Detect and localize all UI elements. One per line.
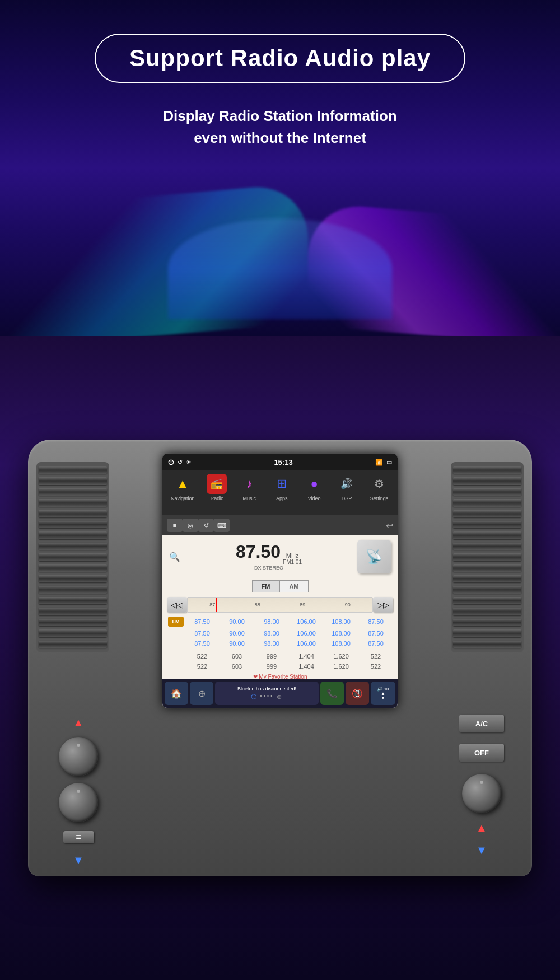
- hangup-button[interactable]: 📵: [346, 682, 369, 705]
- ac-button[interactable]: A/C: [459, 715, 504, 732]
- divider: [167, 650, 393, 650]
- nav-label-radio: Radio: [211, 496, 224, 501]
- bluetooth-icon: ⬡: [251, 693, 256, 701]
- nav-item-settings[interactable]: ⚙ Settings: [369, 474, 389, 512]
- am2-val3[interactable]: 999: [255, 663, 288, 670]
- nav-label-music: Music: [243, 496, 256, 501]
- subtitle-line2: even without the Internet: [163, 127, 396, 149]
- am2-val6[interactable]: 522: [360, 663, 392, 670]
- screen-wrapper: ⏻ ↺ ☀ 15:13 📶 ▭ ▲ Navigation: [162, 454, 398, 708]
- station-row-fm1: FM 87.50 90.00 98.00 106.00 108.00 87.50: [162, 615, 398, 628]
- brightness-icon: ☀: [186, 459, 192, 466]
- fm2-val2[interactable]: 90.00: [221, 630, 253, 637]
- bluetooth-message: Bluetooth is disconnected!: [237, 686, 296, 692]
- right-knob[interactable]: [462, 774, 501, 813]
- music-icon: ♪: [239, 474, 259, 494]
- volume-button[interactable]: 🔊 10 ▲ ▼: [371, 682, 395, 705]
- nav-item-video[interactable]: ● Video: [304, 474, 324, 512]
- station-row-fm2: 87.50 90.00 98.00 106.00 108.00 87.50: [162, 628, 398, 638]
- subtitle-line1: Display Radio Station Information: [163, 105, 396, 127]
- home-button[interactable]: 🏠: [165, 682, 188, 705]
- arrow-up-icon: ▲: [73, 716, 84, 729]
- fm1-val5[interactable]: 108.00: [325, 618, 357, 625]
- toolbar-keyboard-btn[interactable]: ⌨: [214, 519, 230, 532]
- toolbar-undo-btn[interactable]: ↩: [386, 520, 393, 531]
- toolbar: ≡ ◎ ↺ ⌨ ↩: [162, 515, 398, 535]
- toolbar-equalizer-btn[interactable]: ≡: [167, 519, 183, 532]
- fm3-val4[interactable]: 106.00: [290, 640, 323, 647]
- screen: ⏻ ↺ ☀ 15:13 📶 ▭ ▲ Navigation: [162, 454, 398, 708]
- fm3-val6[interactable]: 87.50: [360, 640, 392, 647]
- left-knob-2[interactable]: [59, 783, 98, 822]
- frequency-search[interactable]: 🔍: [169, 552, 180, 562]
- left-arrow-down[interactable]: ▼: [67, 852, 90, 868]
- prev-frequency-btn[interactable]: ◁◁: [167, 597, 187, 613]
- navigation-icon: ▲: [172, 474, 193, 494]
- am1-val6[interactable]: 522: [360, 653, 392, 660]
- dashboard-controls-row: ▲ ≡ ▼ A/C OFF ▲ ▼: [36, 715, 524, 868]
- nav-item-music[interactable]: ♪ Music: [239, 474, 259, 512]
- dashboard: ⏻ ↺ ☀ 15:13 📶 ▭ ▲ Navigation: [28, 440, 532, 876]
- toolbar-scan-btn[interactable]: ◎: [183, 519, 198, 532]
- am1-val4[interactable]: 1.404: [290, 653, 323, 660]
- hero-section: Support Radio Audio play Display Radio S…: [0, 0, 560, 336]
- bluetooth-icons: ⬡ • • • • ☺: [251, 693, 283, 701]
- am2-val5[interactable]: 1.620: [325, 663, 357, 670]
- window-icon: ▭: [386, 459, 392, 466]
- am2-val4[interactable]: 1.404: [290, 663, 323, 670]
- nav-circle-btn[interactable]: ⊕: [190, 682, 213, 705]
- station-row-fm3: 87.50 90.00 98.00 106.00 108.00 87.50: [162, 638, 398, 648]
- station-row-am2: 522 603 999 1.404 1.620 522: [162, 661, 398, 671]
- fm3-val5[interactable]: 108.00: [325, 640, 357, 647]
- scale-90: 90: [345, 602, 351, 608]
- fm1-val6[interactable]: 87.50: [360, 618, 392, 625]
- apps-icon: ⊞: [272, 474, 292, 494]
- left-control-btn[interactable]: ≡: [63, 831, 94, 843]
- nav-item-apps[interactable]: ⊞ Apps: [272, 474, 292, 512]
- frequency-display: 🔍 87.50 MHz FM1 01 DX STEREO: [162, 535, 398, 578]
- video-icon: ●: [304, 474, 324, 494]
- status-bar: ⏻ ↺ ☀ 15:13 📶 ▭: [162, 454, 398, 470]
- am1-val3[interactable]: 999: [255, 653, 288, 660]
- toolbar-circle-btn[interactable]: ↺: [198, 519, 214, 532]
- nav-label-apps: Apps: [276, 496, 288, 501]
- am-button[interactable]: AM: [279, 580, 308, 592]
- fm2-val5[interactable]: 108.00: [325, 630, 357, 637]
- fm3-val1[interactable]: 87.50: [186, 640, 218, 647]
- fm1-val2[interactable]: 90.00: [221, 618, 253, 625]
- fm1-val1[interactable]: 87.50: [186, 618, 218, 625]
- next-frequency-btn[interactable]: ▷▷: [373, 597, 393, 613]
- left-arrow-up[interactable]: ▲: [67, 715, 90, 730]
- nav-item-dsp[interactable]: 🔊 DSP: [337, 474, 357, 512]
- nav-item-radio[interactable]: 📻 Radio: [207, 474, 227, 512]
- am1-val2[interactable]: 603: [221, 653, 253, 660]
- dx-stereo: DX STEREO: [236, 565, 302, 571]
- fm3-val3[interactable]: 98.00: [255, 640, 288, 647]
- station-row-am1: 522 603 999 1.404 1.620 522: [162, 651, 398, 661]
- clock: 15:13: [274, 458, 292, 466]
- fm1-val4[interactable]: 106.00: [290, 618, 323, 625]
- fm2-val4[interactable]: 106.00: [290, 630, 323, 637]
- am2-val1[interactable]: 522: [186, 663, 218, 670]
- fm-button[interactable]: FM: [252, 580, 280, 592]
- arrow-down-icon: ▼: [73, 854, 84, 867]
- fm2-val3[interactable]: 98.00: [255, 630, 288, 637]
- am2-val2[interactable]: 603: [221, 663, 253, 670]
- right-arrow-down[interactable]: ▼: [470, 842, 493, 858]
- frequency-unit: MHz: [283, 552, 302, 559]
- fm3-val2[interactable]: 90.00: [221, 640, 253, 647]
- left-knob[interactable]: [59, 737, 98, 776]
- nav-item-navigation[interactable]: ▲ Navigation: [171, 474, 195, 512]
- right-arrow-up[interactable]: ▲: [470, 820, 493, 836]
- frequency-scale: 87 88 89 90: [187, 597, 373, 613]
- stereo-section: ⏻ ↺ ☀ 15:13 📶 ▭ ▲ Navigation: [0, 336, 560, 980]
- am1-val1[interactable]: 522: [186, 653, 218, 660]
- call-button[interactable]: 📞: [320, 682, 344, 705]
- am1-val5[interactable]: 1.620: [325, 653, 357, 660]
- subtitle: Display Radio Station Information even w…: [163, 105, 396, 149]
- fm2-val6[interactable]: 87.50: [360, 630, 392, 637]
- fm2-val1[interactable]: 87.50: [186, 630, 218, 637]
- fm1-val3[interactable]: 98.00: [255, 618, 288, 625]
- off-button[interactable]: OFF: [459, 744, 504, 762]
- fm-badge: FM: [168, 617, 184, 627]
